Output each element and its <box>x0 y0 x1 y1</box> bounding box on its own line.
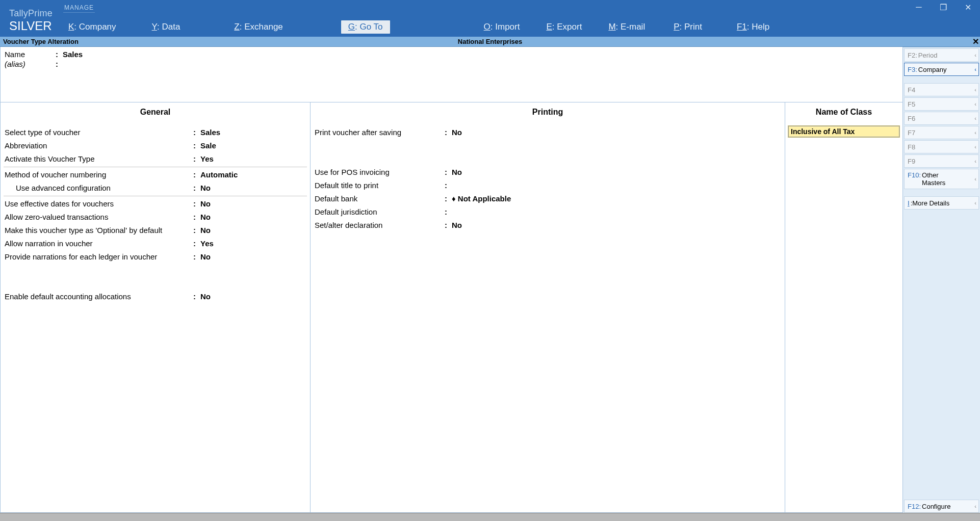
menu-export-key: E <box>546 22 552 32</box>
menu-company-label: Company <box>79 22 116 32</box>
company-name: National Enterprises <box>458 38 522 45</box>
pos-label: Use for POS invoicing <box>315 166 445 179</box>
menu-import-label: Import <box>495 22 520 32</box>
title-bar: TallyPrime SILVER MANAGE K: Company Y: D… <box>0 0 980 37</box>
menu-company-key: K <box>68 22 74 32</box>
advcfg-label: Use advanced configuration <box>5 181 193 195</box>
menu-email[interactable]: M: E-mail <box>601 20 652 34</box>
effdates-label: Use effective dates for vouchers <box>5 197 193 211</box>
f12-configure-button[interactable]: F12:Configure ‹ <box>904 500 979 513</box>
effdates-value[interactable]: No <box>200 197 211 211</box>
top-menu: K: Company Y: Data Z: Exchange G: Go To … <box>61 20 898 34</box>
menu-data-label: Data <box>162 22 180 32</box>
menu-email-label: E-mail <box>621 22 645 32</box>
content-area: Name : Sales (alias) : General Select ty… <box>0 47 903 513</box>
type-value[interactable]: Sales <box>200 126 220 139</box>
printing-column: Printing Print voucher after saving : No… <box>311 102 785 512</box>
f3-company-button[interactable]: F3:Company ‹ <box>904 63 979 76</box>
activate-value[interactable]: Yes <box>200 152 214 166</box>
f4-button[interactable]: F4 ‹ <box>904 83 979 96</box>
f10-other-masters-button[interactable]: F10: Other Masters ‹ <box>904 169 979 189</box>
advcfg-value[interactable]: No <box>200 181 211 195</box>
chevron-left-icon: ‹ <box>974 503 976 509</box>
menu-help[interactable]: F1: Help <box>730 20 777 34</box>
separator <box>4 167 307 167</box>
decl-label: Set/alter declaration <box>315 219 445 232</box>
zero-label: Allow zero-valued transactions <box>5 211 193 224</box>
f6-button[interactable]: F6 ‹ <box>904 112 979 125</box>
menu-company[interactable]: K: Company <box>61 20 123 34</box>
class-header: Name of Class <box>788 106 899 126</box>
screen-close-button[interactable]: ✕ <box>972 37 979 46</box>
aftersave-value[interactable]: No <box>452 126 462 139</box>
menu-goto-key: G <box>348 22 355 32</box>
menu-exchange-label: Exchange <box>244 22 283 32</box>
chevron-left-icon: ‹ <box>974 87 976 93</box>
f2-period-button[interactable]: F2:Period ‹ <box>904 48 979 62</box>
manage-label[interactable]: MANAGE <box>63 4 95 13</box>
menu-print-key: P <box>674 22 679 32</box>
zero-value[interactable]: No <box>200 211 211 224</box>
method-value[interactable]: Automatic <box>200 168 238 181</box>
optional-label: Make this voucher type as 'Optional' by … <box>5 224 193 237</box>
printing-header: Printing <box>314 106 782 126</box>
narr-value[interactable]: Yes <box>200 237 214 250</box>
general-column: General Select type of voucher : Sales A… <box>1 102 311 512</box>
menu-export[interactable]: E: Export <box>539 20 589 34</box>
alloc-value[interactable]: No <box>200 290 211 303</box>
window-restore-button[interactable]: ❐ <box>931 0 956 14</box>
screen-title: Voucher Type Alteration <box>0 38 79 45</box>
chevron-left-icon: ‹ <box>974 144 976 150</box>
window-close-button[interactable]: ✕ <box>956 0 980 14</box>
sub-header: Voucher Type Alteration National Enterpr… <box>0 37 980 47</box>
f9-button[interactable]: F9 ‹ <box>904 154 979 168</box>
menu-print[interactable]: P: Print <box>666 20 709 34</box>
menu-email-key: M <box>608 22 615 32</box>
main-area: Name : Sales (alias) : General Select ty… <box>0 47 980 513</box>
right-panel: F2:Period ‹ F3:Company ‹ F4 ‹ F5 ‹ F6 ‹ … <box>903 47 980 513</box>
f8-button[interactable]: F8 ‹ <box>904 140 979 153</box>
chevron-left-icon: ‹ <box>974 66 976 72</box>
decl-value[interactable]: No <box>452 219 462 232</box>
alloc-label: Enable default accounting allocations <box>5 290 193 303</box>
class-column: Name of Class Inclusive of All Tax <box>785 102 902 512</box>
class-name-input[interactable]: Inclusive of All Tax <box>788 126 899 137</box>
menu-export-label: Export <box>557 22 582 32</box>
window-minimize-button[interactable]: ─ <box>907 0 931 14</box>
narr-each-label: Provide narrations for each ledger in vo… <box>5 250 193 264</box>
f5-button[interactable]: F5 ‹ <box>904 97 979 111</box>
voucher-name-block: Name : Sales (alias) : <box>1 47 902 71</box>
app-name-top: TallyPrime <box>9 9 53 18</box>
name-label: Name <box>5 50 56 59</box>
bank-value[interactable]: ♦ Not Applicable <box>452 192 511 205</box>
menu-data-key: Y <box>152 22 157 32</box>
abbr-value[interactable]: Sale <box>200 139 216 152</box>
app-logo: TallyPrime SILVER <box>0 5 62 32</box>
app-name-bottom: SILVER <box>9 20 53 32</box>
window-controls: ─ ❐ ✕ <box>907 0 980 14</box>
status-bar <box>0 513 980 521</box>
alias-label: (alias) <box>5 60 56 68</box>
title-label: Default title to print <box>315 179 445 192</box>
more-details-button[interactable]: I: More Details ‹ <box>904 196 979 210</box>
narr-each-value[interactable]: No <box>200 250 211 264</box>
menu-import[interactable]: O: Import <box>477 20 527 34</box>
menu-exchange[interactable]: Z: Exchange <box>227 20 290 34</box>
aftersave-label: Print voucher after saving <box>315 126 445 139</box>
pos-value[interactable]: No <box>452 166 462 179</box>
menu-data[interactable]: Y: Data <box>145 20 188 34</box>
general-header: General <box>4 106 307 126</box>
method-label: Method of voucher numbering <box>5 168 193 181</box>
f7-button[interactable]: F7 ‹ <box>904 126 979 139</box>
chevron-left-icon: ‹ <box>974 52 976 58</box>
separator <box>4 196 307 196</box>
optional-value[interactable]: No <box>200 224 211 237</box>
menu-help-key: F1 <box>737 22 747 32</box>
colon: : <box>56 60 63 68</box>
name-value[interactable]: Sales <box>63 50 83 59</box>
menu-help-label: Help <box>752 22 769 32</box>
menu-goto-label: Go To <box>360 22 383 32</box>
abbr-label: Abbreviation <box>5 139 193 152</box>
menu-import-key: O <box>484 22 491 32</box>
menu-goto[interactable]: G: Go To <box>341 20 390 34</box>
